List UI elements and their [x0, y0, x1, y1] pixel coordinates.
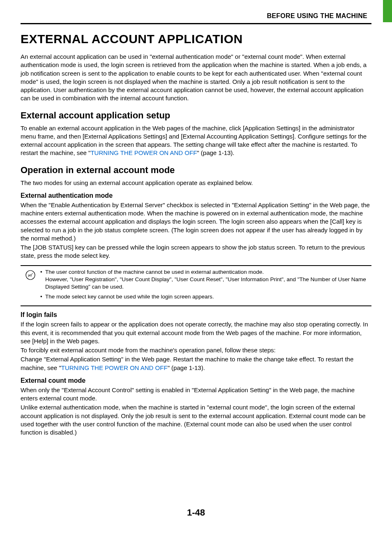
note-bottom-rule — [21, 305, 371, 306]
section-operation-heading: Operation in external account mode — [21, 165, 371, 176]
bullet-icon: • — [40, 293, 45, 301]
page-title: EXTERNAL ACCOUNT APPLICATION — [21, 32, 371, 46]
sub-ext-count-p2: Unlike external authentication mode, whe… — [21, 403, 371, 437]
note-item-1: • The user control function of the machi… — [40, 268, 371, 291]
bullet-icon: • — [40, 268, 45, 291]
sub-ext-auth-p1: When the "Enable Authentication by Exter… — [21, 201, 371, 243]
note-block: • The user control function of the machi… — [21, 265, 371, 307]
link-power-on-off-2[interactable]: TURNING THE POWER ON AND OFF — [61, 364, 168, 371]
link-power-on-off-1[interactable]: TURNING THE POWER ON AND OFF — [90, 149, 197, 156]
note-item-1-text: The user control function of the machine… — [45, 268, 371, 291]
header-rule — [21, 23, 371, 24]
intro-paragraph: An external account application can be u… — [21, 53, 371, 103]
sub-login-fails-p2: To forcibly exit external account mode f… — [21, 346, 371, 354]
sub-ext-auth-heading: External authentication mode — [21, 192, 371, 199]
sub-login-fails-p3-post: " (page 1-13). — [168, 364, 205, 371]
section-setup-post: " (page 1-13). — [197, 149, 234, 156]
page-number: 1-48 — [0, 507, 392, 518]
page-header: BEFORE USING THE MACHINE — [0, 12, 392, 24]
note-icon — [25, 270, 35, 280]
sub-login-fails-p1: If the login screen fails to appear or t… — [21, 320, 371, 345]
section-setup-body: To enable an external account applicatio… — [21, 124, 371, 157]
sub-ext-count-heading: External count mode — [21, 377, 371, 384]
page-content: EXTERNAL ACCOUNT APPLICATION An external… — [0, 0, 392, 437]
sub-ext-count-p1: When only the "External Account Control"… — [21, 386, 371, 403]
sub-login-fails-heading: If login fails — [21, 311, 371, 319]
chapter-title: BEFORE USING THE MACHINE — [0, 12, 392, 20]
note-icon-wrap — [21, 268, 40, 303]
note-item-2-text: The mode select key cannot be used while… — [45, 293, 371, 301]
sub-login-fails-p3: Change "External Application Setting" in… — [21, 355, 371, 372]
section-operation-intro: The two modes for using an external acco… — [21, 179, 371, 187]
sub-ext-auth-p2: The [JOB STATUS] key can be pressed whil… — [21, 243, 371, 260]
section-setup-heading: External account application setup — [21, 110, 371, 121]
note-item-2: • The mode select key cannot be used whi… — [40, 293, 371, 301]
